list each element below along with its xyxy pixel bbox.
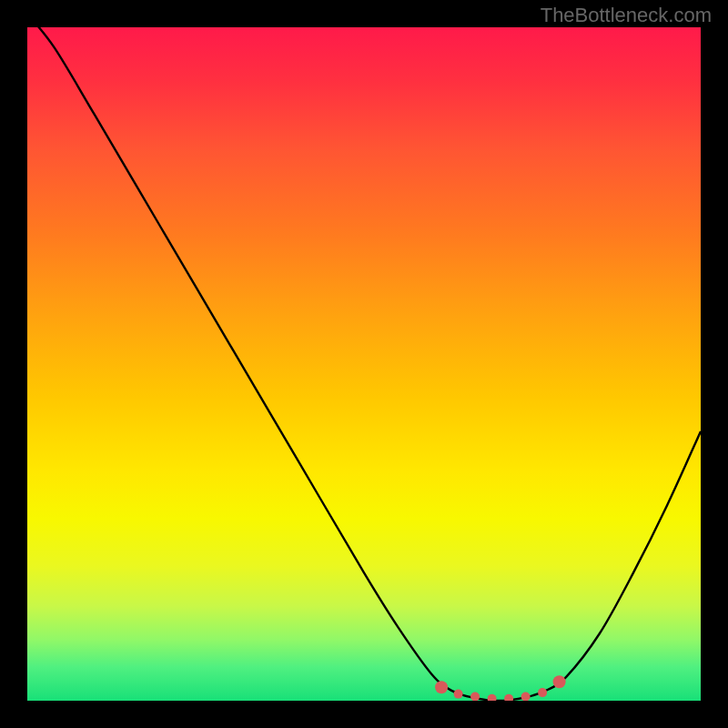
marker-group (435, 675, 565, 701)
curve-line (27, 27, 701, 701)
data-marker (488, 694, 497, 701)
watermark-text: TheBottleneck.com (541, 4, 712, 27)
data-marker (538, 688, 547, 697)
data-marker (435, 681, 448, 693)
data-marker (454, 690, 463, 699)
data-marker (521, 693, 531, 701)
data-marker (504, 694, 513, 701)
data-marker (553, 675, 566, 688)
chart-svg (27, 27, 701, 701)
data-marker (470, 693, 480, 701)
